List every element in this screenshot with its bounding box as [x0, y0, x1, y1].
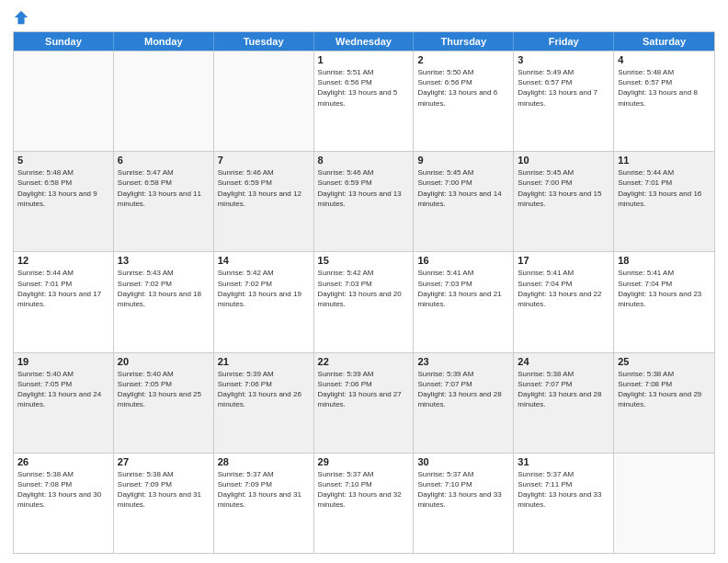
calendar-cell: 19Sunrise: 5:40 AMSunset: 7:05 PMDayligh… [14, 353, 114, 453]
day-number: 28 [218, 456, 310, 467]
calendar-cell: 6Sunrise: 5:47 AMSunset: 6:58 PMDaylight… [114, 152, 214, 251]
calendar-row: 19Sunrise: 5:40 AMSunset: 7:05 PMDayligh… [14, 352, 714, 453]
cell-info: Sunrise: 5:48 AMSunset: 6:57 PMDaylight:… [618, 67, 711, 109]
cell-info: Sunrise: 5:42 AMSunset: 7:02 PMDaylight:… [218, 268, 310, 309]
logo [13, 9, 31, 26]
day-number: 2 [417, 54, 509, 65]
logo-icon [13, 9, 29, 26]
calendar-cell: 30Sunrise: 5:37 AMSunset: 7:10 PMDayligh… [414, 454, 514, 553]
calendar: SundayMondayTuesdayWednesdayThursdayFrid… [13, 31, 715, 554]
calendar-row: 12Sunrise: 5:44 AMSunset: 7:01 PMDayligh… [14, 251, 714, 351]
calendar-header: SundayMondayTuesdayWednesdayThursdayFrid… [14, 32, 714, 51]
cell-info: Sunrise: 5:39 AMSunset: 7:07 PMDaylight:… [417, 369, 509, 410]
cell-info: Sunrise: 5:47 AMSunset: 6:58 PMDaylight:… [118, 167, 210, 209]
cell-info: Sunrise: 5:45 AMSunset: 7:00 PMDaylight:… [417, 167, 509, 209]
day-number: 13 [118, 255, 210, 266]
calendar-cell: 24Sunrise: 5:38 AMSunset: 7:07 PMDayligh… [514, 353, 614, 453]
cell-info: Sunrise: 5:51 AMSunset: 6:56 PMDaylight:… [318, 67, 410, 109]
page: SundayMondayTuesdayWednesdayThursdayFrid… [0, 0, 728, 563]
calendar-cell [214, 52, 314, 151]
calendar-cell [14, 52, 114, 151]
day-number: 16 [417, 255, 509, 266]
calendar-cell: 23Sunrise: 5:39 AMSunset: 7:07 PMDayligh… [414, 353, 514, 453]
header [13, 9, 715, 26]
day-number: 31 [518, 456, 609, 467]
weekday-header: Friday [514, 32, 614, 51]
cell-info: Sunrise: 5:46 AMSunset: 6:59 PMDaylight:… [318, 167, 410, 209]
cell-info: Sunrise: 5:46 AMSunset: 6:59 PMDaylight:… [218, 167, 310, 209]
cell-info: Sunrise: 5:37 AMSunset: 7:09 PMDaylight:… [218, 469, 310, 511]
calendar-body: 1Sunrise: 5:51 AMSunset: 6:56 PMDaylight… [14, 51, 714, 553]
calendar-cell: 12Sunrise: 5:44 AMSunset: 7:01 PMDayligh… [14, 252, 114, 351]
cell-info: Sunrise: 5:37 AMSunset: 7:11 PMDaylight:… [518, 469, 609, 511]
calendar-cell [114, 52, 214, 151]
day-number: 18 [618, 255, 711, 266]
calendar-cell: 5Sunrise: 5:48 AMSunset: 6:58 PMDaylight… [14, 152, 114, 251]
calendar-cell: 25Sunrise: 5:38 AMSunset: 7:08 PMDayligh… [614, 353, 714, 453]
day-number: 17 [518, 255, 609, 266]
day-number: 15 [318, 255, 410, 266]
cell-info: Sunrise: 5:39 AMSunset: 7:06 PMDaylight:… [318, 369, 410, 410]
day-number: 22 [318, 356, 410, 367]
day-number: 25 [618, 356, 711, 367]
calendar-cell: 3Sunrise: 5:49 AMSunset: 6:57 PMDaylight… [514, 52, 614, 151]
day-number: 7 [218, 155, 310, 166]
cell-info: Sunrise: 5:38 AMSunset: 7:07 PMDaylight:… [518, 369, 609, 410]
calendar-cell: 28Sunrise: 5:37 AMSunset: 7:09 PMDayligh… [214, 454, 314, 553]
calendar-cell: 18Sunrise: 5:41 AMSunset: 7:04 PMDayligh… [614, 252, 714, 351]
cell-info: Sunrise: 5:50 AMSunset: 6:56 PMDaylight:… [417, 67, 509, 109]
cell-info: Sunrise: 5:40 AMSunset: 7:05 PMDaylight:… [118, 369, 210, 410]
svg-marker-0 [15, 11, 28, 24]
calendar-cell: 13Sunrise: 5:43 AMSunset: 7:02 PMDayligh… [114, 252, 214, 351]
weekday-header: Saturday [614, 32, 714, 51]
cell-info: Sunrise: 5:37 AMSunset: 7:10 PMDaylight:… [318, 469, 410, 511]
day-number: 23 [417, 356, 509, 367]
calendar-cell: 9Sunrise: 5:45 AMSunset: 7:00 PMDaylight… [414, 152, 514, 251]
calendar-row: 5Sunrise: 5:48 AMSunset: 6:58 PMDaylight… [14, 151, 714, 251]
day-number: 5 [17, 155, 109, 166]
cell-info: Sunrise: 5:44 AMSunset: 7:01 PMDaylight:… [618, 167, 711, 209]
calendar-cell: 31Sunrise: 5:37 AMSunset: 7:11 PMDayligh… [514, 454, 614, 553]
calendar-cell: 22Sunrise: 5:39 AMSunset: 7:06 PMDayligh… [314, 353, 415, 453]
day-number: 1 [318, 54, 410, 65]
cell-info: Sunrise: 5:42 AMSunset: 7:03 PMDaylight:… [318, 268, 410, 309]
cell-info: Sunrise: 5:40 AMSunset: 7:05 PMDaylight:… [17, 369, 109, 410]
calendar-cell: 26Sunrise: 5:38 AMSunset: 7:08 PMDayligh… [14, 454, 114, 553]
day-number: 11 [618, 155, 711, 166]
day-number: 4 [618, 54, 711, 65]
weekday-header: Wednesday [314, 32, 415, 51]
day-number: 24 [518, 356, 609, 367]
cell-info: Sunrise: 5:37 AMSunset: 7:10 PMDaylight:… [417, 469, 509, 511]
day-number: 29 [318, 456, 410, 467]
cell-info: Sunrise: 5:41 AMSunset: 7:04 PMDaylight:… [518, 268, 609, 309]
cell-info: Sunrise: 5:49 AMSunset: 6:57 PMDaylight:… [518, 67, 609, 109]
calendar-cell: 1Sunrise: 5:51 AMSunset: 6:56 PMDaylight… [314, 52, 415, 151]
weekday-header: Monday [114, 32, 214, 51]
cell-info: Sunrise: 5:38 AMSunset: 7:08 PMDaylight:… [618, 369, 711, 410]
calendar-row: 26Sunrise: 5:38 AMSunset: 7:08 PMDayligh… [14, 453, 714, 553]
cell-info: Sunrise: 5:43 AMSunset: 7:02 PMDaylight:… [118, 268, 210, 309]
day-number: 20 [118, 356, 210, 367]
calendar-cell: 10Sunrise: 5:45 AMSunset: 7:00 PMDayligh… [514, 152, 614, 251]
day-number: 6 [118, 155, 210, 166]
day-number: 9 [417, 155, 509, 166]
cell-info: Sunrise: 5:45 AMSunset: 7:00 PMDaylight:… [518, 167, 609, 209]
day-number: 14 [218, 255, 310, 266]
cell-info: Sunrise: 5:39 AMSunset: 7:06 PMDaylight:… [218, 369, 310, 410]
calendar-cell: 29Sunrise: 5:37 AMSunset: 7:10 PMDayligh… [314, 454, 415, 553]
day-number: 26 [17, 456, 109, 467]
day-number: 19 [17, 356, 109, 367]
day-number: 8 [318, 155, 410, 166]
calendar-cell: 7Sunrise: 5:46 AMSunset: 6:59 PMDaylight… [214, 152, 314, 251]
calendar-cell: 21Sunrise: 5:39 AMSunset: 7:06 PMDayligh… [214, 353, 314, 453]
weekday-header: Thursday [414, 32, 514, 51]
day-number: 21 [218, 356, 310, 367]
day-number: 12 [17, 255, 109, 266]
day-number: 30 [417, 456, 509, 467]
cell-info: Sunrise: 5:38 AMSunset: 7:09 PMDaylight:… [118, 469, 210, 511]
calendar-cell: 2Sunrise: 5:50 AMSunset: 6:56 PMDaylight… [414, 52, 514, 151]
calendar-cell: 15Sunrise: 5:42 AMSunset: 7:03 PMDayligh… [314, 252, 415, 351]
cell-info: Sunrise: 5:38 AMSunset: 7:08 PMDaylight:… [17, 469, 109, 511]
calendar-cell: 14Sunrise: 5:42 AMSunset: 7:02 PMDayligh… [214, 252, 314, 351]
calendar-cell: 17Sunrise: 5:41 AMSunset: 7:04 PMDayligh… [514, 252, 614, 351]
